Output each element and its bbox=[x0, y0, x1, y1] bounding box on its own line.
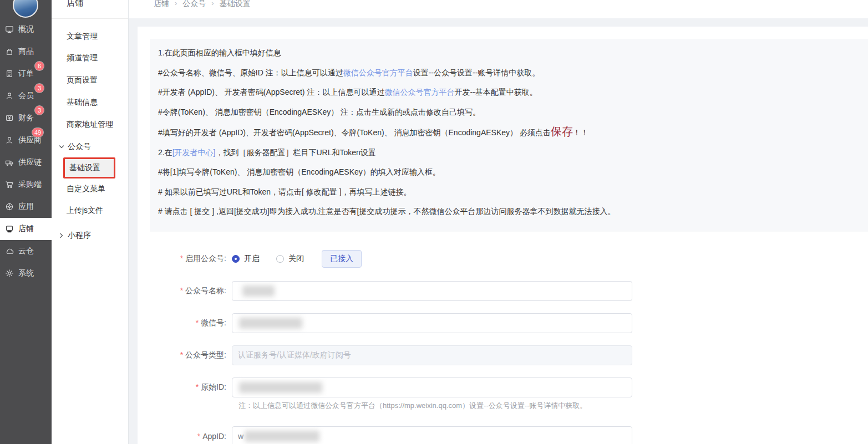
breadcrumb-item[interactable]: 公众号 bbox=[182, 0, 206, 9]
primary-sidebar: 概况 商品 订单 6 会员 3 财务 3 bbox=[0, 0, 52, 444]
submenu-item-label: 文章管理 bbox=[67, 32, 98, 42]
orders-icon bbox=[5, 69, 14, 78]
submenu-group-mini-program[interactable]: 小程序 bbox=[52, 226, 128, 246]
divider bbox=[52, 18, 128, 19]
notice-text: #开发者 (AppID)、 开发者密码(AppSecret) 注：以上信息可以通… bbox=[158, 88, 384, 96]
field-label: *启用公众号: bbox=[138, 254, 226, 264]
required-asterisk: * bbox=[196, 318, 199, 327]
breadcrumb-separator-icon: › bbox=[175, 0, 177, 9]
submenu-group-label: 公众号 bbox=[68, 142, 91, 152]
supplier-count-badge: 49 bbox=[32, 128, 43, 137]
notice-line: #开发者 (AppID)、 开发者密码(AppSecret) 注：以上信息可以通… bbox=[158, 83, 868, 103]
notice-text: ！！ bbox=[573, 128, 588, 137]
notice-text: 设置--公众号设置--账号详情中获取。 bbox=[413, 68, 540, 77]
app-id-input[interactable]: w bbox=[232, 426, 632, 444]
radio-label[interactable]: 关闭 bbox=[288, 254, 304, 264]
original-id-input[interactable] bbox=[232, 377, 632, 397]
sidebar-item-label: 系统 bbox=[18, 268, 34, 278]
submenu-item-label: 基础设置 bbox=[69, 163, 100, 173]
form-row-account-type: *公众号类型: 认证服务号/认证媒体/政府订阅号 bbox=[138, 345, 632, 365]
members-count-badge: 3 bbox=[35, 84, 44, 93]
field-label: *原始ID: bbox=[138, 382, 226, 392]
sidebar-item-store[interactable]: 店铺 bbox=[0, 218, 52, 240]
submenu-group-official-account[interactable]: 公众号 bbox=[52, 137, 128, 157]
supplier-icon bbox=[5, 136, 14, 145]
submenu-group-label: 小程序 bbox=[68, 231, 91, 241]
redacted-value bbox=[239, 318, 302, 329]
connected-status-button[interactable]: 已接入 bbox=[322, 250, 362, 268]
breadcrumb-separator-icon: › bbox=[211, 0, 214, 9]
notice-text: 1.在此页面相应的输入框中填好信息 bbox=[158, 48, 281, 57]
sidebar-item-orders[interactable]: 订单 6 bbox=[0, 63, 52, 85]
radio-enable-off[interactable] bbox=[276, 255, 284, 263]
sidebar-item-label: 供应链 bbox=[18, 157, 42, 167]
submenu-item-label: 页面设置 bbox=[67, 75, 98, 85]
inline-link[interactable]: 微信公众号官方平台 bbox=[343, 68, 413, 77]
submenu-item-page-settings[interactable]: 页面设置 bbox=[52, 70, 128, 90]
submenu-item-label: 自定义菜单 bbox=[67, 184, 105, 194]
breadcrumb-item[interactable]: 店铺 bbox=[154, 0, 169, 9]
sidebar-item-goods[interactable]: 商品 bbox=[0, 40, 52, 63]
redacted-value bbox=[245, 431, 319, 442]
sidebar-item-members[interactable]: 会员 3 bbox=[0, 85, 52, 107]
sidebar-item-system[interactable]: 系统 bbox=[0, 262, 52, 284]
field-label: *公众号名称: bbox=[138, 286, 226, 296]
sidebar-item-supply-chain[interactable]: 供应链 bbox=[0, 151, 52, 173]
breadcrumb-item: 基础设置 bbox=[220, 0, 251, 9]
sidebar-item-label: 概况 bbox=[18, 24, 34, 34]
notice-line: #令牌(ToKen)、 消息加密密钥（EncodingAESKey） 注：点击生… bbox=[158, 103, 868, 123]
notice-text: # 如果以前已填写过URL和Token，请点击[ 修改配置 ]，再填写上述链接。 bbox=[158, 187, 412, 196]
chevron-down-icon bbox=[59, 144, 64, 150]
notice-text: #将[1]填写令牌(ToKen)、 消息加密密钥（EncodingAESKey）… bbox=[158, 167, 440, 176]
apps-wheel-icon bbox=[5, 202, 14, 211]
breadcrumb-bar: 店铺 › 公众号 › 基础设置 bbox=[129, 0, 868, 18]
submenu-item-upload-js[interactable]: 上传js文件 bbox=[52, 201, 128, 221]
radio-label[interactable]: 开启 bbox=[244, 254, 260, 264]
sidebar-item-procurement[interactable]: 采购端 bbox=[0, 173, 52, 196]
required-asterisk: * bbox=[180, 286, 183, 295]
notice-line: #填写好的开发者 (AppID)、开发者密码(AppSecret)、令牌(ToK… bbox=[158, 122, 868, 143]
page-content: 1.在此页面相应的输入框中填好信息 #公众号名称、微信号、原始ID 注：以上信息… bbox=[129, 18, 868, 444]
required-asterisk: * bbox=[196, 382, 199, 391]
inline-link[interactable]: 微信公众号官方平台 bbox=[384, 88, 454, 96]
inline-link[interactable]: [开发者中心] bbox=[172, 148, 216, 157]
finance-count-badge: 3 bbox=[35, 106, 44, 115]
sidebar-item-overview[interactable]: 概况 bbox=[0, 18, 52, 40]
sidebar-item-apps[interactable]: 应用 bbox=[0, 196, 52, 218]
required-asterisk: * bbox=[180, 350, 183, 359]
account-name-input[interactable] bbox=[232, 281, 632, 301]
finance-icon bbox=[5, 114, 14, 123]
sidebar-item-label: 订单 bbox=[18, 69, 34, 79]
sidebar-item-label: 采购端 bbox=[18, 180, 42, 190]
submenu-item-label: 上传js文件 bbox=[67, 206, 103, 216]
settings-card: 1.在此页面相应的输入框中填好信息 #公众号名称、微信号、原始ID 注：以上信息… bbox=[138, 27, 868, 444]
submenu-item-channel-management[interactable]: 频道管理 bbox=[52, 48, 128, 68]
chevron-right-icon bbox=[59, 233, 64, 238]
sidebar-item-cloud-warehouse[interactable]: 云仓 bbox=[0, 240, 52, 262]
notice-text: #填写好的开发者 (AppID)、开发者密码(AppSecret)、令牌(ToK… bbox=[158, 128, 551, 137]
notice-line: #将[1]填写令牌(ToKen)、 消息加密密钥（EncodingAESKey）… bbox=[158, 162, 868, 182]
submenu-item-basic-info[interactable]: 基础信息 bbox=[52, 93, 128, 113]
submenu-item-basic-settings-active[interactable]: 基础设置 bbox=[63, 157, 115, 178]
wechat-id-input[interactable] bbox=[232, 313, 632, 333]
notice-text: 2.在 bbox=[158, 148, 172, 157]
sidebar-item-finance[interactable]: 财务 3 bbox=[0, 107, 52, 129]
input-placeholder: 认证服务号/认证媒体/政府订阅号 bbox=[238, 350, 351, 360]
submenu-item-custom-menu[interactable]: 自定义菜单 bbox=[52, 179, 128, 199]
sidebar-item-label: 云仓 bbox=[18, 246, 34, 256]
radio-enable-on[interactable] bbox=[232, 255, 240, 263]
original-id-note: 注：以上信息可以通过微信公众号官方平台（https://mp.weixin.qq… bbox=[238, 401, 587, 411]
submenu-item-article-management[interactable]: 文章管理 bbox=[52, 27, 128, 47]
sidebar-item-label: 财务 bbox=[18, 113, 34, 123]
sidebar-item-supplier[interactable]: 供应商 49 bbox=[0, 129, 52, 151]
breadcrumb: 店铺 › 公众号 › 基础设置 bbox=[154, 0, 251, 9]
notice-text: 保存 bbox=[551, 125, 573, 137]
submenu-item-label: 商家地址管理 bbox=[67, 120, 113, 130]
avatar[interactable] bbox=[13, 0, 38, 18]
form-row-enable: *启用公众号: 开启 关闭 已接入 bbox=[138, 251, 362, 267]
required-asterisk: * bbox=[197, 432, 200, 441]
instructions-notice: 1.在此页面相应的输入框中填好信息 #公众号名称、微信号、原始ID 注：以上信息… bbox=[150, 39, 868, 232]
submenu-item-merchant-address[interactable]: 商家地址管理 bbox=[52, 115, 128, 135]
notice-text: #令牌(ToKen)、 消息加密密钥（EncodingAESKey） 注：点击生… bbox=[158, 108, 480, 116]
goods-icon bbox=[5, 47, 14, 56]
